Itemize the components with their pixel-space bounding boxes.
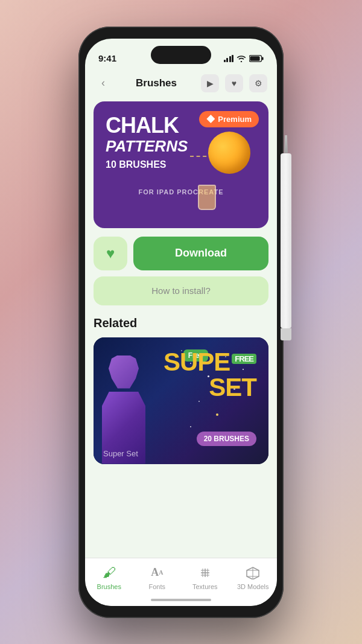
diamond-icon: [206, 115, 215, 123]
3d-models-tab-label: 3D Models: [237, 583, 269, 590]
heart-filled-icon: ♥: [106, 245, 115, 262]
heart-button[interactable]: ♥: [94, 237, 127, 270]
nav-title: Brushes: [136, 77, 177, 89]
download-label: Download: [175, 247, 227, 260]
related-card-bg: Free SUPEFree SET 20 BRUSHES Super Set: [94, 337, 268, 464]
related-section-title: Related: [94, 316, 268, 330]
orange-ball-character: [208, 132, 250, 174]
dynamic-island: [151, 46, 211, 64]
brushes-tab-icon: 🖌: [103, 564, 116, 581]
action-row: ♥ Download: [94, 237, 268, 270]
related-card[interactable]: Free SUPEFree SET 20 BRUSHES Super Set: [94, 337, 268, 464]
wifi-icon: [237, 55, 246, 62]
video-icon: ▶: [207, 78, 214, 88]
back-button[interactable]: ‹: [95, 75, 112, 92]
filter-icon: ⚙: [255, 78, 262, 88]
free-inline-badge: Free: [232, 354, 256, 364]
textures-tab-icon: [198, 564, 212, 581]
scroll-content[interactable]: Premium CHALK PATTERNS 10 BRUSHES: [85, 97, 277, 606]
download-button[interactable]: Download: [133, 237, 268, 270]
tab-3d-models[interactable]: 3D Models: [229, 564, 278, 590]
install-button[interactable]: How to install?: [94, 276, 268, 305]
phone-screen: 9:41: [85, 39, 277, 606]
textures-tab-label: Textures: [192, 583, 218, 590]
home-indicator: [151, 599, 211, 601]
hero-card: Premium CHALK PATTERNS 10 BRUSHES: [94, 101, 268, 228]
3d-models-tab-icon: [246, 564, 260, 581]
fonts-tab-label: Fonts: [148, 583, 165, 590]
apple-pencil: [278, 135, 294, 340]
status-icons: [224, 55, 264, 62]
status-time: 9:41: [98, 53, 116, 63]
super-label: SUPEFree: [164, 349, 256, 375]
tab-brushes[interactable]: 🖌 Brushes: [85, 564, 133, 590]
svg-rect-2: [262, 57, 264, 60]
signal-icon: [224, 55, 234, 62]
phone-frame: 9:41: [78, 27, 284, 618]
drink-glass: [196, 177, 217, 210]
super-set-title: SUPEFree SET: [164, 349, 256, 400]
hero-illustration: [190, 132, 262, 210]
related-card-label: Super Set: [103, 449, 138, 458]
filter-button[interactable]: ⚙: [249, 74, 267, 92]
heart-icon: ♥: [232, 78, 237, 88]
battery-icon: [249, 55, 264, 62]
premium-label: Premium: [218, 115, 252, 124]
brushes-tab-label: Brushes: [97, 583, 121, 590]
video-button[interactable]: ▶: [201, 74, 219, 92]
premium-badge: Premium: [199, 111, 259, 127]
install-label: How to install?: [151, 285, 211, 296]
nav-bar: ‹ Brushes ▶ ♥ ⚙: [85, 70, 277, 97]
brushes-count-badge: 20 BRUSHES: [197, 432, 256, 446]
favorite-button[interactable]: ♥: [225, 74, 243, 92]
tab-textures[interactable]: Textures: [181, 564, 229, 590]
character-illustration: [94, 349, 172, 464]
svg-rect-1: [250, 56, 259, 61]
set-label: SET: [164, 375, 256, 400]
nav-action-icons: ▶ ♥ ⚙: [201, 74, 267, 92]
fonts-tab-icon: AA: [151, 564, 163, 581]
tab-fonts[interactable]: AA Fonts: [133, 564, 182, 590]
